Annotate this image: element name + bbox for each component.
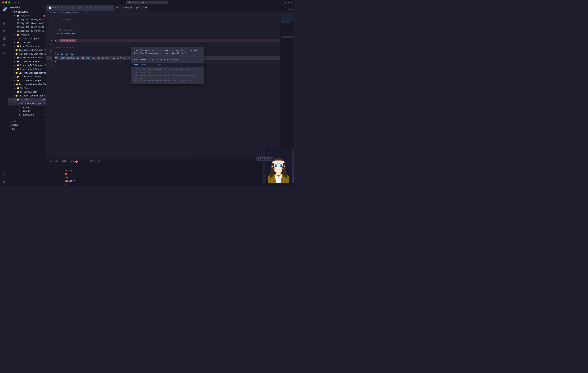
activity-debug[interactable] (1, 28, 7, 34)
nav-back-button[interactable]: ← (14, 1, 17, 4)
tab-label: solution_test.go (119, 7, 138, 9)
panel-tab-problems[interactable]: 问题 5 (69, 159, 79, 164)
panel-tab-label: 问题 (70, 160, 74, 163)
tree-vscode-folder[interactable]: ▼ 📁 .vscode (8, 33, 46, 37)
sidebar-more-icon[interactable]: ⋯ (43, 6, 44, 9)
tree-item-label: 2.addTwoNumbers (20, 45, 39, 48)
tree-xnip4[interactable]: 🖼 Xnip2023-07-02_10-53-29.jpg U (8, 29, 46, 33)
breadcrumb-part-1[interactable]: 18.4Sum (49, 12, 56, 14)
svg-point-9 (3, 31, 5, 32)
sidebar-header: 资源管理器 ⋯ (8, 5, 46, 10)
activity-extensions[interactable] (1, 35, 7, 42)
tab-readme[interactable]: 📄 README.md × (46, 5, 69, 11)
tree-go-mod[interactable]: ≡ go.mod (8, 106, 46, 109)
tree-18-4sum[interactable]: ▼ 📁 18.4Sum (8, 98, 46, 102)
tree-item-label: go.sum (22, 109, 30, 113)
tree-assets-folder[interactable]: ▼ 📁 .assets (8, 14, 46, 18)
tree-6[interactable]: ▶ 📁 6.zigzagConversion (8, 56, 46, 60)
panel-content: [10:46] 🔴 fish 🐙master ≡ ⎇?1 ~/Documents… (46, 164, 294, 187)
avatar-svg (264, 148, 292, 183)
activity-settings[interactable] (1, 179, 7, 185)
tree-xnip1[interactable]: 🖼 Xnip2023-07-02_10-43-51.jpg U (8, 18, 46, 22)
panel-tab-terminal[interactable]: 终端 (60, 159, 68, 164)
breadcrumb-part-2[interactable]: ∞ solution_test.go (59, 12, 80, 14)
tab-close-xnip[interactable]: × (109, 6, 112, 9)
tab-solution-test[interactable]: ∞ solution_test.go 2, U (114, 5, 149, 11)
tooltip-popup: Equal(t assert.TestingT, expected interf… (131, 47, 204, 84)
go-panel[interactable]: ▶ GO (8, 128, 46, 131)
svg-point-32 (280, 165, 281, 166)
tree-item-label: go.mod (22, 106, 30, 109)
svg-rect-12 (3, 39, 4, 40)
breadcrumb-sep-2: › (80, 12, 82, 14)
tab-xnip[interactable]: 🖼 Xnip2023-07-02_10-53-29.jpg × (69, 5, 114, 11)
panel-tab-test-results[interactable]: 测试结果 (48, 159, 60, 164)
tooltip-example-text: assert.Equal(t, 123, 123) (134, 64, 162, 66)
tree-12[interactable]: ▶ 📁 12.integerToRoman (8, 75, 46, 79)
tree-xnip2[interactable]: 🖼 Xnip2023-07-02_10-45-23.jpg U (8, 22, 46, 25)
svg-point-18 (4, 174, 5, 175)
tree-7[interactable]: ▶ 📁 7.reverseInteger (8, 60, 46, 64)
nav-forward-button[interactable]: → (17, 1, 20, 4)
tree-3-longest[interactable]: ▶ 📁 3.longestSubstringWithoutRepeatingCh… (8, 48, 46, 52)
tree-xnip3[interactable]: 🖼 Xnip2023-07-02_10-46-15.jpg U (8, 25, 46, 29)
tree-solution-test[interactable]: ∞ solution_test.go 2, U (8, 102, 46, 106)
more-tabs-icon[interactable]: ⋯ (291, 8, 293, 11)
activity-source-control[interactable] (1, 21, 7, 27)
tooltip-signature: Equal(t assert.TestingT, expected interf… (131, 47, 204, 57)
close-button[interactable] (2, 1, 4, 3)
layout-icon-3[interactable]: ⊞ (291, 1, 292, 4)
outline-panel[interactable]: ▶ 大綱 (8, 120, 46, 124)
tree-settings-json[interactable]: {} settings.json (8, 37, 46, 41)
avatar-timestamp: 1 hr 32 mins (256, 157, 273, 160)
sidebar-title: 资源管理器 (10, 6, 20, 9)
tree-item-label: 6.zigzagConversion (20, 56, 42, 60)
code-editor[interactable]: 11 12 13 14 15 16 17 18 19 20 21 22 23 2… (46, 15, 294, 157)
panel-tab-output[interactable]: 输出 (80, 159, 88, 164)
titlebar: ← → 🔍 go-leetcode ▣ ▣ ⊞ (0, 0, 294, 5)
tree-go-sum[interactable]: ≡ go.sum (8, 109, 46, 113)
activity-test[interactable] (1, 43, 7, 49)
tree-14[interactable]: ▶ 📁 14.longestCommonPrefix (8, 83, 46, 86)
tree-readme[interactable]: ℹ README.md U (8, 113, 46, 117)
tab-close-readme[interactable]: × (64, 6, 67, 9)
tree-item-label: 8.stringToIntegerAtoi (20, 64, 46, 67)
activity-search[interactable] (1, 13, 7, 20)
tree-item-label: Xnip2023-07-02_10-53-29.jpg (19, 30, 46, 33)
layout-icon-1[interactable]: ▣ (285, 1, 286, 4)
tree-13[interactable]: ▶ 📁 13.romanToInteger (8, 79, 46, 83)
activity-explorer[interactable]: 8 (1, 6, 7, 12)
svg-point-6 (3, 23, 4, 23)
breadcrumb-part-3[interactable]: ⊙ Test (82, 11, 89, 14)
tree-item-label: 9.palindromeNumber (20, 67, 42, 71)
minimize-button[interactable] (5, 1, 7, 3)
tab-extra: 2, U (140, 7, 144, 9)
tree-8[interactable]: ▶ 📁 8.stringToIntegerAtoi (8, 64, 46, 67)
tree-5[interactable]: ▶ 📁 5.longestPalindromicSubstring (8, 52, 46, 56)
tree-item-label: 13.romanToInteger (20, 79, 41, 82)
tree-17[interactable]: ▶ 📁 17.letterCombinationsOfAPhoneNumber (8, 94, 46, 98)
panel-tab-debug-console[interactable]: 调试控制台 (88, 159, 102, 164)
tree-root-item[interactable]: ▼ GO-LEETCODE (8, 10, 46, 14)
search-bar[interactable]: 🔍 go-leetcode (126, 1, 168, 4)
tree-16[interactable]: ▶ 📁 16.3SumClosest (8, 90, 46, 94)
timeline-panel[interactable]: ▶ 時間线 (8, 124, 46, 128)
tree-2-addtwonumbers[interactable]: ▶ 📁 2.addTwoNumbers (8, 44, 46, 48)
layout-icon-2[interactable]: ▣ (288, 1, 289, 4)
tooltip-description: Equal asserts that two objects are equal… (131, 57, 204, 63)
tree-15[interactable]: ▶ 📁 15.3Sum (8, 86, 46, 90)
maximize-button[interactable] (8, 1, 10, 3)
activity-account[interactable] (1, 172, 7, 178)
readme-icon: 📄 (49, 6, 51, 9)
activity-bottom (1, 172, 7, 187)
split-editor-icon[interactable]: ⧉ (288, 8, 290, 11)
tree-item-label: 15.3Sum (20, 86, 29, 90)
minimap-content (280, 15, 294, 27)
activity-remote[interactable] (1, 50, 7, 56)
tree-1-twosum[interactable]: ▶ 📁 1.twoSum (8, 41, 46, 44)
svg-point-24 (284, 166, 285, 167)
svg-point-17 (3, 53, 4, 54)
tree-9[interactable]: ▶ 📁 9.palindromeNumber (8, 67, 46, 71)
tooltip-more-text: Pointer variable equality is determined … (134, 68, 198, 82)
tree-11[interactable]: ▶ 📁 11.containerWithMostWater (8, 71, 46, 75)
